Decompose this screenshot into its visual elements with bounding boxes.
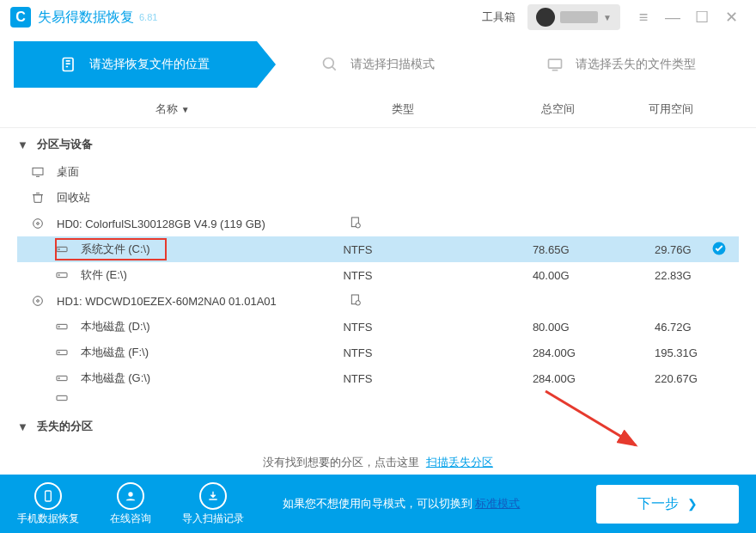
svg-point-14: [37, 300, 40, 303]
row-hd1[interactable]: HD1: WDCWD10EZEX-60M2NA0 01.01A01: [17, 288, 739, 314]
drive-icon: [55, 346, 72, 359]
group-partitions[interactable]: ▼ 分区与设备: [17, 128, 739, 159]
row-f-avail: 195.31G: [655, 346, 739, 359]
minimize-icon[interactable]: —: [663, 9, 682, 27]
desktop-icon: [31, 165, 48, 179]
svg-point-12: [58, 274, 59, 275]
row-f-total: 284.00G: [533, 346, 655, 359]
row-c-label: 系统文件 (C:\): [81, 242, 344, 257]
row-d-label: 本地磁盘 (D:\): [81, 319, 344, 334]
row-desktop-label: 桌面: [57, 164, 349, 180]
phone-icon: [34, 482, 62, 510]
drive-icon: [55, 242, 72, 256]
row-g-total: 284.00G: [533, 372, 655, 385]
drive-icon: [55, 371, 72, 385]
row-e-label: 软件 (E:\): [81, 267, 344, 283]
row-f-type: NTFS: [343, 346, 533, 359]
svg-point-16: [356, 300, 360, 304]
row-e-type: NTFS: [343, 269, 533, 282]
svg-point-5: [37, 223, 40, 225]
row-d-avail: 46.72G: [655, 321, 739, 334]
caret-down-icon: ▼: [17, 138, 28, 151]
row-drive-d[interactable]: 本地磁盘 (D:\) NTFS 80.00G 46.72G: [17, 314, 739, 340]
row-recycle-label: 回收站: [57, 190, 349, 205]
scan-lost-link[interactable]: 扫描丢失分区: [426, 456, 493, 469]
col-type[interactable]: 类型: [311, 101, 496, 117]
standard-mode-link[interactable]: 标准模式: [475, 497, 520, 510]
close-icon[interactable]: ✕: [722, 8, 741, 27]
col-name[interactable]: 名称 ▼: [34, 101, 311, 117]
row-e-avail: 22.83G: [655, 269, 739, 282]
phone-recovery-button[interactable]: 手机数据恢复: [17, 482, 79, 526]
row-g-type: NTFS: [343, 372, 533, 385]
menu-icon[interactable]: ≡: [634, 9, 653, 27]
app-version: 6.81: [139, 12, 157, 22]
column-headers: 名称 ▼ 类型 总空间 可用空间: [0, 88, 756, 128]
monitor-icon: [546, 56, 564, 73]
row-recycle[interactable]: 回收站: [17, 185, 739, 211]
row-desktop[interactable]: 桌面: [17, 159, 739, 185]
step-filetype-label: 请选择丢失的文件类型: [576, 57, 696, 72]
step-scanmode[interactable]: 请选择扫描模式: [257, 41, 500, 88]
row-hd1-label: HD1: WDCWD10EZEX-60M2NA0 01.01A01: [57, 295, 349, 308]
drive-icon: [55, 320, 72, 334]
disk-icon: [31, 294, 48, 308]
svg-point-4: [34, 219, 43, 229]
row-drive-more[interactable]: [17, 391, 739, 407]
svg-point-20: [58, 352, 59, 352]
location-icon: [60, 56, 77, 73]
row-drive-c[interactable]: 系统文件 (C:\) NTFS 78.65G 29.76G: [17, 236, 739, 262]
svg-point-25: [128, 492, 132, 496]
row-e-total: 40.00G: [533, 269, 655, 282]
row-drive-f[interactable]: 本地磁盘 (F:\) NTFS 284.00G 195.31G: [17, 340, 739, 365]
row-g-label: 本地磁盘 (G:\): [81, 371, 344, 386]
row-drive-e[interactable]: 软件 (E:\) NTFS 40.00G 22.83G: [17, 262, 739, 288]
avatar-icon: [536, 8, 555, 27]
row-g-avail: 220.67G: [655, 372, 739, 385]
user-menu[interactable]: ▼: [527, 4, 620, 30]
online-chat-button[interactable]: 在线咨询: [110, 482, 151, 526]
svg-rect-3: [33, 168, 43, 175]
chevron-right-icon: ❯: [687, 497, 698, 511]
row-c-total: 78.65G: [533, 243, 655, 256]
row-hd0-label: HD0: ColorfulSL300128GB V4.9 (119 GB): [57, 217, 349, 230]
row-d-type: NTFS: [343, 321, 533, 334]
maximize-icon[interactable]: ☐: [692, 8, 711, 27]
step-filetype[interactable]: 请选择丢失的文件类型: [499, 41, 742, 88]
caret-down-icon: ▼: [17, 420, 28, 433]
app-logo-icon: C: [10, 7, 31, 28]
row-f-label: 本地磁盘 (F:\): [81, 345, 344, 360]
svg-point-9: [58, 248, 59, 249]
col-total[interactable]: 总空间: [496, 101, 621, 117]
app-title: 失易得数据恢复: [38, 9, 134, 27]
row-hd0[interactable]: HD0: ColorfulSL300128GB V4.9 (119 GB): [17, 211, 739, 236]
svg-point-13: [34, 297, 43, 306]
group-partitions-label: 分区与设备: [37, 137, 93, 152]
titlebar: C 失易得数据恢复 6.81 工具箱 ▼ ≡ — ☐ ✕: [0, 0, 756, 34]
col-avail[interactable]: 可用空间: [621, 101, 722, 117]
svg-point-18: [58, 326, 59, 327]
file-gear-icon: [349, 293, 363, 307]
search-icon: [321, 56, 338, 73]
file-gear-icon: [349, 216, 363, 230]
toolbox-link[interactable]: 工具箱: [482, 9, 515, 25]
disk-icon: [31, 217, 48, 230]
group-lost[interactable]: ▼ 丢失的分区: [17, 410, 739, 441]
partition-list: ▼ 分区与设备 桌面 回收站 HD0: ColorfulSL300128GB V…: [0, 128, 756, 484]
username-mask: [560, 11, 598, 23]
svg-point-7: [356, 223, 360, 227]
user-icon: [117, 482, 144, 510]
svg-point-1: [324, 58, 334, 69]
step-scanmode-label: 请选择扫描模式: [351, 57, 435, 72]
svg-rect-24: [46, 491, 52, 501]
group-lost-label: 丢失的分区: [37, 419, 93, 434]
step-location-label: 请选择恢复文件的位置: [89, 57, 210, 72]
step-location[interactable]: 请选择恢复文件的位置: [14, 41, 257, 88]
check-circle-icon: [711, 241, 727, 259]
next-button[interactable]: 下一步 ❯: [596, 485, 739, 524]
svg-point-22: [58, 377, 59, 378]
trash-icon: [31, 191, 48, 205]
bottom-bar: 手机数据恢复 在线咨询 导入扫描记录 如果您不想使用向导模式，可以切换到 标准模…: [0, 475, 756, 533]
row-drive-g[interactable]: 本地磁盘 (G:\) NTFS 284.00G 220.67G: [17, 365, 739, 391]
row-c-type: NTFS: [343, 243, 533, 256]
